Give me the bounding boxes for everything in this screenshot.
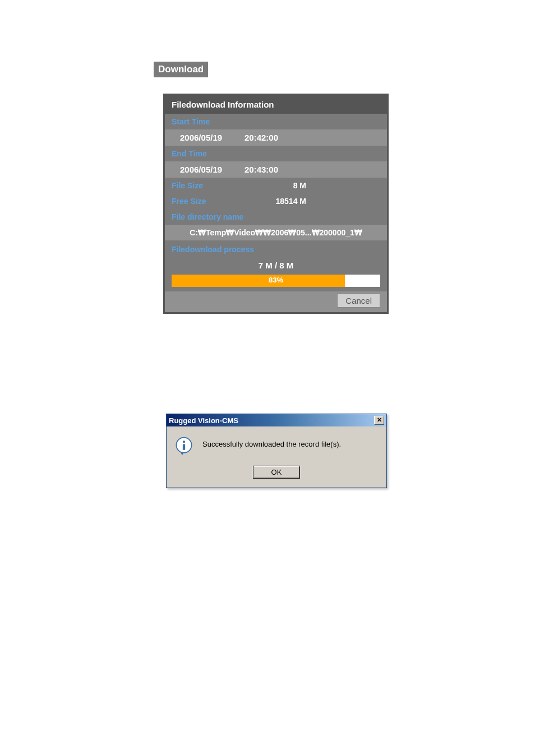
directory-name-label: File directory name [165, 209, 387, 225]
message-box-text: Successfully downloaded the record file(… [202, 437, 341, 448]
progress-percent: 83% [172, 276, 380, 284]
end-time-row: 2006/05/19 20:43:00 [165, 161, 387, 178]
svg-point-1 [183, 440, 185, 443]
start-time-value: 20:42:00 [245, 133, 278, 142]
message-box-body: Successfully downloaded the record file(… [167, 426, 386, 461]
free-size-label: Free Size [172, 197, 256, 206]
directory-name-value: C:₩Temp₩Video₩₩2006₩05...₩200000_1₩ [165, 225, 387, 240]
ok-button[interactable]: OK [253, 466, 301, 479]
download-panel: Filedownload Information Start Time 2006… [163, 94, 389, 314]
progress-text: 7 M / 8 M [165, 258, 387, 272]
message-box-footer: OK [167, 461, 386, 488]
close-icon[interactable]: ✕ [374, 416, 384, 425]
start-time-row: 2006/05/19 20:42:00 [165, 129, 387, 146]
cancel-button[interactable]: Cancel [337, 294, 380, 308]
svg-rect-2 [183, 444, 185, 450]
message-box: Rugged Vision-CMS ✕ Successfully downloa… [166, 414, 387, 488]
message-box-titlebar[interactable]: Rugged Vision-CMS ✕ [167, 414, 386, 426]
info-icon [174, 437, 193, 456]
progress-bar: 83% [172, 275, 380, 287]
download-process-label: Filedownload process [165, 240, 387, 258]
file-size-label: File Size [172, 181, 256, 190]
button-row: Cancel [165, 291, 387, 312]
end-date-value: 2006/05/19 [180, 165, 236, 174]
start-time-label: Start Time [165, 114, 387, 129]
free-size-value: 18514 M [256, 197, 306, 206]
panel-header: Filedownload Information [165, 95, 387, 114]
file-size-row: File Size 8 M [165, 178, 387, 193]
free-size-row: Free Size 18514 M [165, 193, 387, 209]
file-size-value: 8 M [256, 181, 306, 190]
end-time-label: End Time [165, 146, 387, 161]
download-heading: Download [154, 62, 208, 77]
start-date-value: 2006/05/19 [180, 133, 236, 142]
end-time-value: 20:43:00 [245, 165, 278, 174]
message-box-title: Rugged Vision-CMS [169, 416, 238, 425]
